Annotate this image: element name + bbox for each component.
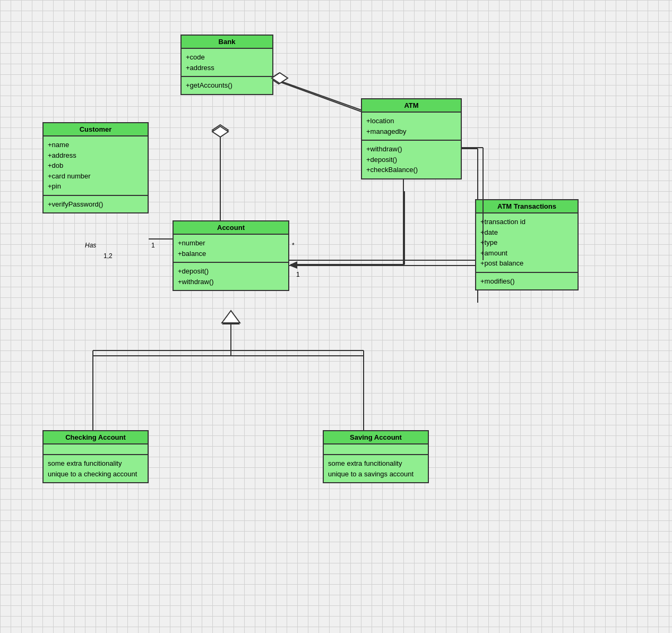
atm-transactions-class: ATM Transactions +transaction id +date +… xyxy=(475,199,579,290)
checking-account-class: Checking Account some extra funcitionali… xyxy=(42,430,149,483)
bank-methods: +getAccounts() xyxy=(182,77,272,94)
svg-marker-2 xyxy=(212,125,228,135)
checking-account-title: Checking Account xyxy=(44,431,148,444)
account-attributes: +number +balance xyxy=(174,235,288,263)
svg-marker-23 xyxy=(272,73,288,83)
bank-attributes: +code +address xyxy=(182,49,272,77)
atm-class: ATM +location +managedby +withdraw() +de… xyxy=(361,98,462,179)
account-class: Account +number +balance +deposit() +wit… xyxy=(173,220,289,291)
customer-attributes: +name +address +dob +card number +pin xyxy=(44,136,148,196)
atm-transactions-title: ATM Transactions xyxy=(476,200,578,213)
atm-title: ATM xyxy=(362,99,461,113)
saving-account-class: Saving Account some extra funcitionality… xyxy=(323,430,429,483)
checking-account-description: some extra funcitionality unique to a ch… xyxy=(44,455,148,482)
connections-overlay xyxy=(0,0,672,633)
saving-account-empty xyxy=(324,444,428,455)
mult-star-label: * xyxy=(292,242,295,249)
atm-transactions-methods: +modifies() xyxy=(476,273,578,290)
svg-marker-35 xyxy=(222,311,240,323)
svg-line-0 xyxy=(271,79,361,112)
mult-12-label: 1,2 xyxy=(104,252,113,260)
atm-methods: +withdraw() +deposit() +checkBalance() xyxy=(362,141,461,178)
atm-attributes: +location +managedby xyxy=(362,113,461,141)
atm-transactions-attributes: +transaction id +date +type +amount +pos… xyxy=(476,213,578,273)
bank-title: Bank xyxy=(182,36,272,49)
checking-account-empty xyxy=(44,444,148,455)
customer-methods: +verifyPassword() xyxy=(44,196,148,213)
saving-account-title: Saving Account xyxy=(324,431,428,444)
account-methods: +deposit() +withdraw() xyxy=(174,263,288,290)
bank-class: Bank +code +address +getAccounts() xyxy=(180,35,273,95)
mult-1b-label: 1 xyxy=(296,271,300,278)
saving-account-description: some extra funcitionality unique to a sa… xyxy=(324,455,428,482)
diagram-area: Bank +code +address +getAccounts() ATM +… xyxy=(0,0,672,633)
svg-marker-24 xyxy=(212,126,228,137)
account-title: Account xyxy=(174,221,288,235)
svg-marker-8 xyxy=(289,262,297,269)
customer-title: Customer xyxy=(44,123,148,136)
svg-line-22 xyxy=(272,78,361,110)
mult-1-label: 1 xyxy=(151,242,155,249)
customer-class: Customer +name +address +dob +card numbe… xyxy=(42,122,149,213)
svg-marker-29 xyxy=(290,261,297,268)
connections-svg xyxy=(0,0,672,633)
has-label: Has xyxy=(85,242,96,249)
svg-marker-17 xyxy=(223,313,239,324)
